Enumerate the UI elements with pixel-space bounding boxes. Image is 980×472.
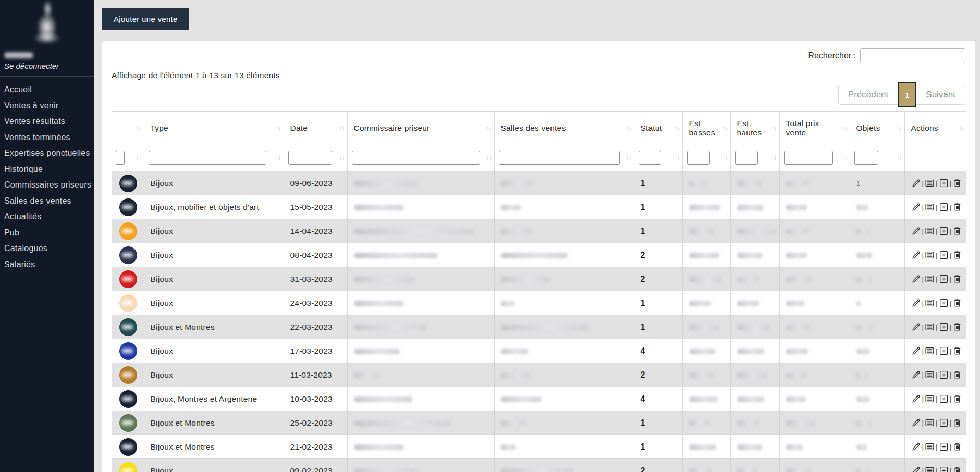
sidebar-item-ventes-resultats[interactable]: Ventes résultats (4, 114, 94, 130)
list-icon[interactable] (925, 226, 935, 236)
edit-icon[interactable] (911, 322, 921, 332)
sidebar-item-salles-des-ventes[interactable]: Salles des ventes (4, 193, 94, 209)
sort-icon[interactable]: ↑↓ (897, 154, 902, 162)
list-icon[interactable] (925, 250, 935, 260)
edit-icon[interactable] (911, 466, 921, 472)
column-header-objets[interactable]: Objets↑↓ (850, 112, 904, 144)
sort-icon[interactable]: ↑↓ (276, 125, 281, 132)
avatar[interactable] (119, 270, 137, 288)
sort-icon[interactable]: ↑↓ (897, 125, 902, 132)
edit-icon[interactable] (911, 370, 921, 380)
filter-input-est-hautes[interactable] (735, 151, 758, 165)
add-icon[interactable] (939, 274, 949, 284)
avatar[interactable] (119, 246, 137, 264)
add-icon[interactable] (939, 418, 949, 428)
delete-icon[interactable] (952, 178, 962, 188)
delete-icon[interactable] (952, 322, 962, 332)
avatar[interactable] (119, 414, 137, 432)
sort-icon[interactable]: ↑↓ (339, 125, 345, 132)
edit-icon[interactable] (911, 202, 921, 212)
sort-icon[interactable]: ↑↓ (722, 154, 728, 162)
add-icon[interactable] (939, 442, 949, 452)
sort-icon[interactable]: ↑↓ (136, 125, 141, 132)
sort-icon[interactable]: ↑↓ (675, 154, 680, 162)
edit-icon[interactable] (911, 226, 921, 236)
sort-icon[interactable]: ↑↓ (486, 125, 492, 132)
avatar[interactable] (119, 462, 137, 472)
add-sale-button[interactable]: Ajouter une vente (102, 8, 189, 30)
column-header-total-prix[interactable]: Total prix vente↑↓ (779, 112, 850, 144)
edit-icon[interactable] (911, 442, 921, 452)
add-icon[interactable] (939, 250, 949, 260)
filter-input-total-prix[interactable] (784, 151, 833, 165)
delete-icon[interactable] (952, 202, 962, 212)
edit-icon[interactable] (911, 346, 921, 356)
list-icon[interactable] (925, 466, 935, 472)
filter-input-type[interactable] (149, 151, 266, 165)
edit-icon[interactable] (911, 394, 921, 404)
avatar[interactable] (119, 318, 137, 336)
filter-input-statut[interactable] (639, 151, 662, 165)
edit-icon[interactable] (911, 178, 921, 188)
delete-icon[interactable] (952, 226, 962, 236)
list-icon[interactable] (925, 298, 935, 308)
avatar[interactable] (119, 294, 137, 312)
add-icon[interactable] (939, 346, 949, 356)
add-icon[interactable] (939, 394, 949, 404)
list-icon[interactable] (925, 394, 935, 404)
search-input[interactable] (860, 48, 965, 63)
sidebar-item-historique[interactable]: Historique (4, 162, 94, 178)
sort-icon[interactable]: ↑↓ (339, 154, 345, 162)
edit-icon[interactable] (911, 298, 921, 308)
add-icon[interactable] (939, 322, 949, 332)
sort-icon[interactable]: ↑↓ (626, 125, 631, 132)
sidebar-item-accueil[interactable]: Accueil (4, 82, 94, 98)
edit-icon[interactable] (911, 250, 921, 260)
delete-icon[interactable] (952, 346, 962, 356)
add-icon[interactable] (939, 226, 949, 236)
delete-icon[interactable] (952, 442, 962, 452)
sort-icon[interactable]: ↑↓ (722, 125, 728, 132)
list-icon[interactable] (925, 418, 935, 428)
sort-icon[interactable]: ↑↓ (842, 125, 847, 132)
filter-input-date[interactable] (288, 151, 332, 165)
filter-input-commissaire[interactable] (352, 151, 480, 165)
column-header-statut[interactable]: Statut↑↓ (634, 112, 682, 144)
sort-icon[interactable]: ↑↓ (959, 125, 964, 132)
delete-icon[interactable] (952, 394, 962, 404)
sidebar-item-pub[interactable]: Pub (4, 225, 94, 241)
filter-input-est-basses[interactable] (687, 151, 710, 165)
delete-icon[interactable] (952, 370, 962, 380)
sidebar-item-commissaires-priseurs[interactable]: Commissaires priseurs (4, 177, 94, 193)
list-icon[interactable] (925, 442, 935, 452)
edit-icon[interactable] (911, 418, 921, 428)
filter-input-salles[interactable] (499, 151, 620, 165)
avatar[interactable] (119, 175, 137, 192)
avatar[interactable] (119, 198, 137, 216)
column-header-salles[interactable]: Salles des ventes↑↓ (494, 112, 634, 144)
avatar[interactable] (119, 366, 137, 384)
avatar[interactable] (119, 390, 137, 408)
add-icon[interactable] (939, 178, 949, 188)
sidebar-item-salaries[interactable]: Salariés (4, 257, 94, 273)
delete-icon[interactable] (952, 418, 962, 428)
sort-icon[interactable]: ↑↓ (842, 154, 847, 162)
filter-input-select[interactable] (116, 151, 125, 165)
list-icon[interactable] (925, 346, 935, 356)
sort-icon[interactable]: ↑↓ (136, 154, 141, 162)
sort-icon[interactable]: ↑↓ (626, 154, 631, 162)
sort-icon[interactable]: ↑↓ (276, 154, 281, 162)
pagination-page-1-button[interactable]: 1 (898, 82, 916, 107)
add-icon[interactable] (939, 298, 949, 308)
sort-icon[interactable]: ↑↓ (675, 125, 680, 132)
pagination-previous-button[interactable]: Précédent (839, 90, 898, 100)
sidebar-item-actualites[interactable]: Actualités (4, 209, 94, 225)
avatar[interactable] (119, 222, 137, 240)
avatar[interactable] (119, 342, 137, 360)
sidebar-item-ventes-a-venir[interactable]: Ventes à venir (4, 98, 94, 114)
logout-link[interactable]: Se déconnecter (4, 61, 59, 70)
sidebar-item-expertises-ponctuelles[interactable]: Expertises ponctuelles (4, 145, 94, 162)
column-header-est-basses[interactable]: Est basses↑↓ (682, 112, 730, 144)
edit-icon[interactable] (911, 274, 921, 284)
add-icon[interactable] (939, 370, 949, 380)
